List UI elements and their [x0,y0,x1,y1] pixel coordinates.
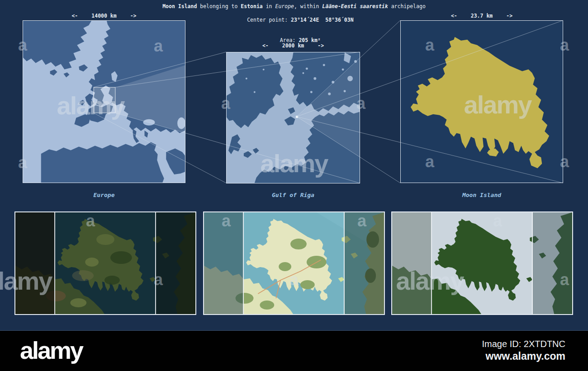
scale-arrow-left-icon: <- [71,13,78,19]
scale-value: 14000 km [91,13,116,19]
divider-line [243,212,244,314]
divider-line [431,212,432,314]
caption-europe: Europe [23,192,185,198]
island-location-marker [296,116,298,118]
image-id: Image ID: 2XTDTNC [482,338,565,350]
title-text: in [263,3,275,9]
plain-left-strip [392,212,432,314]
satellite-imagery-panel [14,211,196,315]
moon-island-graphic [401,21,563,183]
scale-value: 23.7 km [471,13,493,19]
title-archipelago: Lääne-Eesti saarestik [322,3,388,9]
osm-right-strip [344,212,384,314]
scale-bar-gulf: <- 2000 km -> [226,42,360,49]
street-map-graphic [204,212,384,314]
title-text: , within [294,3,322,9]
stock-map-diagram: { "header": { "title_segments": [ {"text… [0,0,588,371]
gulf-of-riga-map [226,52,360,183]
scale-arrow-right-icon: -> [506,13,512,19]
simple-map-graphic [392,212,572,314]
divider-line [155,212,156,314]
sat-left-strip [15,212,55,314]
scale-arrow-left-icon: <- [262,42,269,49]
osm-left-strip [204,212,244,314]
center-point-label: Center point: [247,17,291,23]
divider-line [54,212,55,314]
scale-bar-island: <- 23.7 km -> [400,13,563,19]
footer-bar: alamy Image ID: 2XTDTNC www.alamy.com [0,330,588,371]
gulf-map-graphic [227,52,360,183]
baltic-highlight-rect [94,87,115,113]
footer-info: Image ID: 2XTDTNC www.alamy.com [482,338,565,362]
caption-gulf: Gulf of Riga [226,192,360,198]
page-title: Moon Island belonging to Estonia in Euro… [0,3,588,10]
title-text: archipelago [388,3,426,9]
caption-moon-island: Moon Island [400,192,563,198]
plain-right-strip [532,212,572,314]
scale-value: 2000 km [282,42,304,49]
moon-island-shape-map [400,20,563,183]
scale-arrow-right-icon: -> [318,42,324,49]
divider-line [532,212,533,314]
europe-overview-map [23,20,185,183]
alamy-website: www.alamy.com [482,350,565,362]
alamy-logo: alamy [20,336,82,364]
title-island-name: Moon Island [162,3,197,9]
simple-map-panel [391,211,573,315]
satellite-graphic [15,212,195,314]
title-country: Estonia [241,3,262,9]
scale-arrow-right-icon: -> [130,13,137,19]
divider-line [344,212,345,314]
europe-map-graphic [23,21,185,183]
title-text: belonging to [197,3,241,9]
title-continent: Europe [275,3,294,9]
scale-arrow-left-icon: <- [451,13,457,19]
sat-right-strip [156,212,195,314]
scale-bar-europe: <- 14000 km -> [23,13,185,19]
street-map-panel [203,211,385,315]
center-point-value: 23°14´24E 58°36´03N [291,17,353,23]
